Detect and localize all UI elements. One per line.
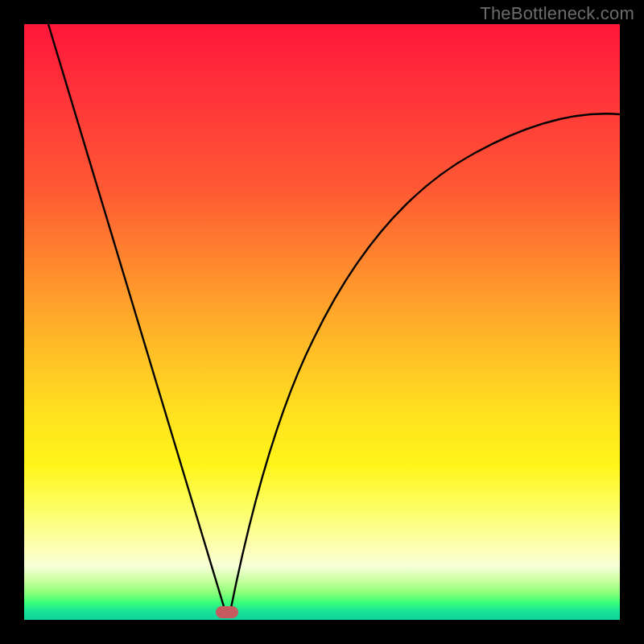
attribution-label: TheBottleneck.com	[480, 3, 634, 24]
minimum-marker	[216, 606, 238, 618]
plot-area	[24, 24, 620, 620]
chart-frame: TheBottleneck.com	[0, 0, 644, 644]
curve-layer	[24, 24, 620, 620]
curve-left-branch	[48, 24, 225, 612]
curve-right-branch	[230, 114, 620, 612]
